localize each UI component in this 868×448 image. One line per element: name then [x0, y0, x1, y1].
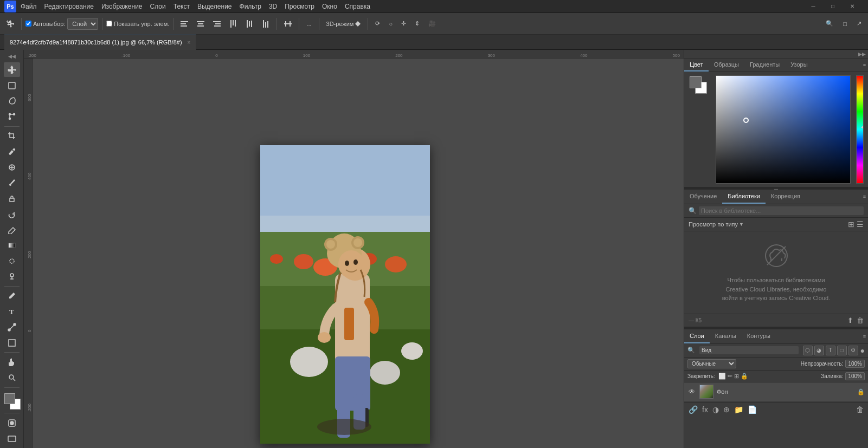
color-spectrum-bar[interactable] — [856, 75, 864, 184]
brush-tool[interactable] — [4, 176, 20, 190]
menu-text[interactable]: Текст — [173, 3, 190, 10]
layer-lock-icon[interactable]: 🔒 — [857, 388, 865, 395]
tab-gradients[interactable]: Градиенты — [744, 59, 785, 72]
delete-layer-icon[interactable]: 🗑 — [855, 404, 865, 415]
align-right-btn[interactable] — [210, 16, 224, 31]
tab-channels[interactable]: Каналы — [710, 329, 742, 343]
path-select-tool[interactable] — [4, 320, 20, 334]
foreground-color-swatch[interactable] — [690, 76, 702, 88]
tab-libraries[interactable]: Библиотеки — [722, 190, 766, 204]
selection-tool[interactable] — [4, 78, 20, 93]
filter-pixel-icon[interactable]: ⬡ — [803, 346, 813, 355]
align-bottom-btn[interactable] — [259, 16, 273, 31]
color-panel-menu[interactable]: ≡ — [861, 62, 868, 68]
layers-panel-menu[interactable]: ≡ — [861, 334, 868, 339]
layer-visibility-icon[interactable]: 👁 — [687, 388, 696, 395]
list-view-icon[interactable]: ☰ — [857, 220, 864, 229]
shape-tool[interactable] — [4, 335, 20, 350]
new-layer-icon[interactable]: 📄 — [747, 404, 758, 415]
canvas-background[interactable] — [33, 59, 684, 448]
tab-correction[interactable]: Коррекция — [766, 190, 806, 204]
grid-view-icon[interactable]: ⊞ — [848, 220, 854, 229]
layer-item-fon[interactable]: 👁 Фон 🔒 — [684, 382, 868, 402]
opacity-value[interactable]: 100% — [845, 360, 865, 368]
tab-learning[interactable]: Обучение — [684, 190, 722, 204]
text-tool[interactable]: T — [4, 304, 20, 319]
lib-search-input[interactable] — [699, 206, 864, 215]
stamp-tool[interactable] — [4, 191, 20, 206]
minimize-button[interactable]: ─ — [809, 3, 817, 10]
distribute-btn[interactable] — [281, 16, 295, 31]
fill-value[interactable]: 100% — [845, 372, 865, 380]
transform-tool[interactable] — [4, 109, 20, 124]
gradient-tool[interactable] — [4, 238, 20, 252]
align-left-btn[interactable] — [177, 16, 191, 31]
tab-patterns[interactable]: Узоры — [785, 59, 813, 72]
eraser-tool[interactable] — [4, 223, 20, 237]
left-toolbar-collapse[interactable]: ◀◀ — [8, 54, 16, 59]
filter-smart-icon[interactable]: ⚙ — [848, 346, 858, 355]
new-group-icon[interactable]: 📁 — [733, 404, 744, 415]
camera-pan-btn[interactable]: ✛ — [398, 16, 409, 31]
search-btn[interactable]: 🔍 — [822, 16, 837, 31]
arrange-btn[interactable]: □ — [840, 16, 850, 31]
active-tab[interactable]: 9274e4df2cfb7d9a1f48871b30c1b6d8 (1).jpg… — [4, 35, 196, 50]
move-tool[interactable] — [4, 62, 20, 77]
menu-file[interactable]: Файл — [21, 3, 37, 10]
foreground-swatch[interactable] — [4, 393, 15, 404]
camera-dolly-btn[interactable]: ⇕ — [412, 16, 423, 31]
color-gradient-picker[interactable] — [716, 75, 851, 184]
menu-filter[interactable]: Фильтр — [240, 3, 261, 10]
eyedropper-tool[interactable] — [4, 144, 20, 159]
history-brush[interactable] — [4, 207, 20, 222]
3d-mode-btn[interactable]: 3D-режим — [323, 16, 364, 31]
add-mask-icon[interactable]: ◑ — [711, 404, 720, 415]
menu-select[interactable]: Выделение — [197, 3, 232, 10]
hand-tool[interactable] — [4, 355, 20, 369]
menu-layers[interactable]: Слои — [150, 3, 166, 10]
lock-pixels-icon[interactable]: ⬜ — [718, 373, 726, 380]
menu-view[interactable]: Просмотр — [285, 3, 314, 10]
menu-image[interactable]: Изображение — [101, 3, 143, 10]
show-controls-label[interactable]: Показать упр. элем. — [106, 21, 169, 27]
layers-filter-input[interactable] — [699, 346, 799, 354]
menu-edit[interactable]: Редактирование — [44, 3, 94, 10]
autochooser-checkbox[interactable] — [25, 21, 31, 27]
lock-artboard-icon[interactable]: ⊞ — [734, 373, 739, 380]
lock-all-icon[interactable]: 🔒 — [741, 373, 748, 380]
align-middle-btn[interactable] — [242, 16, 256, 31]
zoom-tool[interactable] — [4, 371, 20, 385]
pen-tool[interactable] — [4, 289, 20, 303]
lib-viewtype-label[interactable]: Просмотр по типу — [689, 221, 738, 228]
viewtype-chevron-icon[interactable]: ▼ — [739, 222, 744, 227]
menu-help[interactable]: Справка — [345, 3, 370, 10]
close-button[interactable]: ✕ — [848, 3, 856, 10]
filter-shape-icon[interactable]: □ — [837, 346, 847, 355]
new-adjustment-icon[interactable]: ⊕ — [722, 404, 731, 415]
more-options-btn[interactable]: ... — [303, 16, 314, 31]
tab-color[interactable]: Цвет — [684, 59, 709, 72]
add-style-icon[interactable]: fx — [701, 404, 709, 415]
tab-swatches[interactable]: Образцы — [709, 59, 744, 72]
tab-close-btn[interactable]: × — [188, 40, 191, 46]
filter-adjust-icon[interactable]: ◕ — [814, 346, 824, 355]
move-tool-btn[interactable] — [3, 16, 17, 31]
filter-type-icon[interactable]: T — [826, 346, 835, 355]
filter-toggle-icon[interactable]: ● — [860, 346, 865, 355]
autochooser-label[interactable]: Автовыбор: — [25, 21, 65, 27]
camera-orbit-btn[interactable]: ○ — [385, 16, 396, 31]
link-layers-icon[interactable]: 🔗 — [687, 404, 699, 415]
align-top-btn[interactable] — [226, 16, 240, 31]
mask-mode-btn[interactable] — [4, 415, 20, 430]
lock-position-icon[interactable]: ✏ — [728, 373, 732, 380]
lasso-tool[interactable] — [4, 94, 20, 108]
camera-rotate-btn[interactable]: ⟳ — [372, 16, 383, 31]
share-btn[interactable]: ↗ — [853, 16, 865, 31]
show-controls-checkbox[interactable] — [106, 21, 112, 27]
panel-collapse-right[interactable]: ▶▶ — [858, 51, 866, 57]
dodge-tool[interactable] — [4, 269, 20, 284]
lib-new-icon[interactable]: ⬆ — [847, 316, 853, 324]
tab-layers[interactable]: Слои — [684, 329, 710, 343]
lib-delete-icon[interactable]: 🗑 — [857, 316, 864, 324]
tab-paths[interactable]: Контуры — [742, 329, 776, 343]
